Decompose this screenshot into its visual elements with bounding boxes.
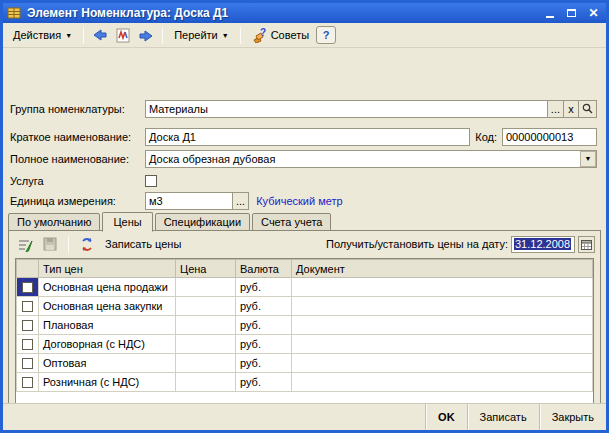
group-open-button[interactable] — [579, 100, 597, 118]
prices-toolbar: Записать цены Получить/установить цены н… — [9, 231, 600, 257]
maximize-button[interactable] — [563, 6, 580, 21]
row-checkbox[interactable] — [22, 301, 33, 312]
write-prices-label[interactable]: Записать цены — [105, 238, 181, 250]
toolbar-separator — [240, 27, 241, 44]
group-label: Группа номенклатуры: — [10, 103, 145, 115]
tips-button[interactable]: ? Советы — [246, 25, 315, 46]
tab-strip: По умолчаниюЦеныСпецификацииСчета учета — [8, 211, 333, 231]
price-table-body: Основная цена продажируб.Основная цена з… — [17, 278, 593, 392]
table-row-0[interactable]: Основная цена продажируб. — [17, 278, 593, 297]
full-name-row: Полное наименование: Доска обрезная дубо… — [10, 149, 597, 168]
unit-input[interactable]: м3 — [145, 192, 233, 210]
table-row-1[interactable]: Основная цена закупкируб. — [17, 297, 593, 316]
tab-2[interactable]: Спецификации — [155, 213, 250, 231]
document-cell — [292, 297, 593, 316]
svg-text:?: ? — [260, 28, 266, 38]
currency-cell: руб. — [236, 297, 292, 316]
row-checkbox-cell[interactable] — [17, 297, 39, 316]
document-cell — [292, 278, 593, 297]
tips-icon: ? — [252, 28, 267, 43]
short-name-input[interactable]: Доска Д1 — [145, 128, 470, 146]
unit-label: Единица измерения: — [10, 195, 145, 207]
write-button[interactable]: Записать — [467, 404, 539, 430]
row-checkbox[interactable] — [22, 377, 33, 388]
row-checkbox[interactable] — [22, 339, 33, 350]
price-type-cell: Основная цена закупки — [39, 297, 176, 316]
date-label: Получить/установить цены на дату: — [326, 238, 508, 250]
group-clear-button[interactable]: x — [564, 100, 579, 118]
column-header-1: Цена — [176, 260, 236, 278]
footer-button-bar: OK Записать Закрыть — [3, 403, 606, 430]
minimize-button[interactable] — [541, 6, 558, 21]
calendar-button[interactable] — [578, 236, 595, 253]
actions-menu-button[interactable]: Действия ▼ — [7, 26, 78, 44]
row-checkbox-cell[interactable] — [17, 373, 39, 392]
row-checkbox[interactable] — [22, 320, 33, 331]
table-row-4[interactable]: Оптоваяруб. — [17, 354, 593, 373]
close-form-button[interactable]: Закрыть — [539, 404, 606, 430]
price-type-cell: Оптовая — [39, 354, 176, 373]
table-row-2[interactable]: Плановаяруб. — [17, 316, 593, 335]
toolbar-separator — [162, 27, 163, 44]
back-button[interactable] — [89, 25, 111, 45]
calendar-icon — [581, 239, 592, 250]
table-row-5[interactable]: Розничная (с НДС)руб. — [17, 373, 593, 392]
maximize-icon — [567, 9, 576, 17]
price-table: Тип ценЦенаВалютаДокумент Основная цена … — [16, 259, 593, 392]
dropdown-arrow-icon[interactable]: ▼ — [580, 151, 596, 167]
row-checkbox[interactable] — [22, 358, 33, 369]
service-row: Услуга — [10, 171, 597, 190]
toolbar-separator — [83, 27, 84, 44]
code-input[interactable]: 00000000013 — [502, 128, 597, 146]
forward-arrow-icon — [138, 28, 154, 42]
price-cell — [176, 316, 236, 335]
tab-3[interactable]: Счета учета — [252, 213, 331, 231]
tab-0[interactable]: По умолчанию — [8, 213, 100, 231]
date-input[interactable]: 31.12.2008 — [511, 236, 575, 253]
row-checkbox-cell[interactable] — [17, 316, 39, 335]
price-cell — [176, 335, 236, 354]
short-name-row: Краткое наименование: Доска Д1 Код: 0000… — [10, 127, 597, 146]
goto-menu-button[interactable]: Перейти ▼ — [168, 26, 235, 44]
get-set-prices-group: Получить/установить цены на дату: 31.12.… — [326, 236, 595, 253]
title-bar: Элемент Номенклатура: Доска Д1 ✕ — [3, 3, 606, 23]
window-title: Элемент Номенклатура: Доска Д1 — [27, 6, 536, 20]
document-cell — [292, 354, 593, 373]
forward-button[interactable] — [135, 25, 157, 45]
currency-cell: руб. — [236, 278, 292, 297]
magnifier-icon — [582, 103, 593, 114]
full-name-combo[interactable]: Доска обрезная дубовая ▼ — [145, 150, 597, 168]
row-checkbox-cell[interactable] — [17, 335, 39, 354]
edit-prices-button[interactable] — [14, 234, 36, 254]
goto-label: Перейти — [174, 29, 218, 41]
save-prices-button-disabled[interactable] — [39, 234, 61, 254]
refresh-button[interactable] — [76, 234, 98, 254]
minimize-icon — [546, 16, 554, 18]
column-header-3: Документ — [292, 260, 593, 278]
reread-button[interactable] — [112, 25, 134, 45]
tips-label: Советы — [271, 29, 309, 41]
actions-label: Действия — [13, 29, 61, 41]
row-checkbox[interactable] — [22, 282, 33, 293]
price-cell — [176, 354, 236, 373]
help-icon: ? — [323, 29, 330, 41]
service-checkbox[interactable] — [145, 175, 157, 187]
prices-tab-panel: Записать цены Получить/установить цены н… — [8, 230, 601, 418]
tab-1[interactable]: Цены — [102, 212, 152, 232]
row-checkbox-cell[interactable] — [17, 354, 39, 373]
date-value: 31.12.2008 — [514, 238, 571, 250]
refresh-icon — [79, 237, 95, 252]
row-checkbox-cell[interactable] — [17, 278, 39, 297]
group-input[interactable]: Материалы — [145, 100, 548, 118]
ok-button[interactable]: OK — [425, 404, 467, 430]
price-table-container: Тип ценЦенаВалютаДокумент Основная цена … — [15, 258, 594, 410]
unit-ellipsis-button[interactable]: ... — [233, 192, 249, 210]
toolbar-separator — [68, 236, 69, 253]
reread-icon — [115, 28, 131, 43]
help-button[interactable]: ? — [316, 26, 336, 44]
short-name-label: Краткое наименование: — [10, 131, 145, 143]
group-ellipsis-button[interactable]: ... — [548, 100, 564, 118]
table-row-3[interactable]: Договорная (с НДС)руб. — [17, 335, 593, 354]
currency-cell: руб. — [236, 335, 292, 354]
close-button[interactable]: ✕ — [585, 6, 602, 21]
